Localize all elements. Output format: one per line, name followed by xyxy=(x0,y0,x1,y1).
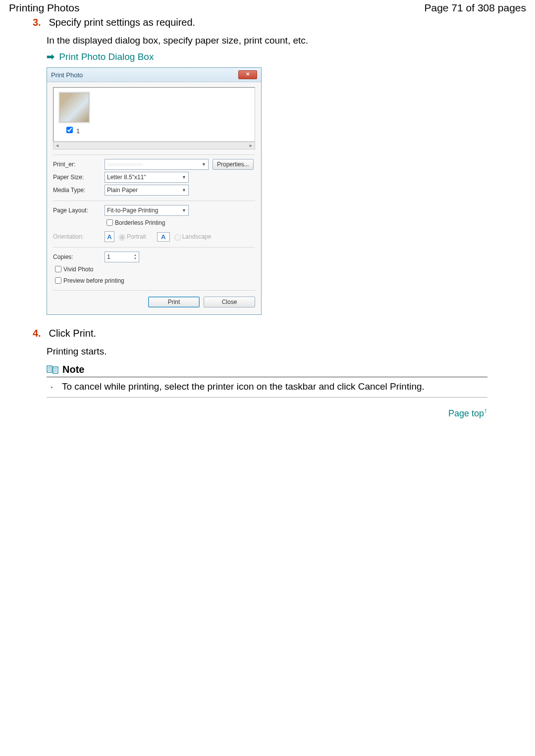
scroll-left-icon[interactable]: ◄ xyxy=(55,143,59,148)
page-title: Printing Photos xyxy=(9,2,79,14)
spin-down-icon[interactable]: ▼ xyxy=(134,257,137,260)
spin-up-icon[interactable]: ▲ xyxy=(134,253,137,257)
page-number: Page 71 of 308 pages xyxy=(424,2,526,14)
thumbnail-area: 1 xyxy=(53,87,255,142)
borderless-label: Borderless Printing xyxy=(115,219,165,226)
note-text: To cancel while printing, select the pri… xyxy=(62,381,425,392)
borderless-checkbox[interactable] xyxy=(107,219,113,226)
arrow-up-icon: ↑ xyxy=(484,406,487,414)
page-layout-value: Fit-to-Page Printing xyxy=(107,207,158,214)
copies-spinner[interactable]: 1 ▲ ▼ xyxy=(105,252,139,262)
copies-value: 1 xyxy=(107,253,110,260)
scroll-right-icon[interactable]: ► xyxy=(249,143,253,148)
portrait-label: Portrait xyxy=(127,233,146,240)
chevron-down-icon: ▼ xyxy=(182,175,186,180)
printer-select[interactable]: ——————▼ xyxy=(105,159,209,170)
step-3-number: 3. xyxy=(33,17,47,28)
chevron-down-icon: ▼ xyxy=(182,188,186,193)
page-top-link[interactable]: Page top xyxy=(448,408,484,418)
note-icon xyxy=(47,365,59,375)
print-photo-dialog-link[interactable]: Print Photo Dialog Box xyxy=(59,51,154,62)
page-layout-label: Page Layout: xyxy=(53,207,105,214)
properties-button[interactable]: Properties... xyxy=(213,159,254,170)
thumbnail-checkbox[interactable] xyxy=(66,127,73,133)
landscape-icon: A xyxy=(157,232,170,242)
media-type-value: Plain Paper xyxy=(107,187,138,194)
printer-label: Print_er: xyxy=(53,161,105,168)
landscape-radio xyxy=(174,234,181,241)
copies-label: Copies: xyxy=(53,253,105,260)
orientation-label: Orientation: xyxy=(53,233,105,240)
vivid-photo-label: Vivid Photo xyxy=(63,266,94,273)
chevron-down-icon: ▼ xyxy=(202,162,206,167)
arrow-right-icon: ➡ xyxy=(47,51,54,62)
step-4-number: 4. xyxy=(33,328,47,339)
step-4-subtext: Printing starts. xyxy=(47,346,505,357)
step-3-title: Specify print settings as required. xyxy=(49,17,195,28)
photo-thumbnail[interactable] xyxy=(59,93,89,122)
media-type-select[interactable]: Plain Paper▼ xyxy=(105,185,189,196)
bullet-icon: ▪ xyxy=(51,384,59,391)
print-photo-dialog: Print Photo ✕ 1 ◄ ► Print_er: ——————▼ xyxy=(47,67,262,315)
paper-size-select[interactable]: Letter 8.5"x11"▼ xyxy=(105,172,189,183)
chevron-down-icon: ▼ xyxy=(182,208,186,213)
landscape-label: Landscape xyxy=(182,233,212,240)
print-button[interactable]: Print xyxy=(148,297,200,307)
thumbnail-index: 1 xyxy=(76,128,80,135)
close-button[interactable]: Close xyxy=(204,297,255,307)
close-icon[interactable]: ✕ xyxy=(238,70,257,79)
vivid-photo-checkbox[interactable] xyxy=(55,266,61,272)
media-type-label: Media Type: xyxy=(53,187,105,194)
dialog-title: Print Photo xyxy=(51,71,83,79)
page-layout-select[interactable]: Fit-to-Page Printing▼ xyxy=(105,205,189,216)
portrait-radio xyxy=(119,234,125,241)
note-title: Note xyxy=(62,364,84,375)
portrait-icon: A xyxy=(105,231,114,242)
thumbnail-scrollbar[interactable]: ◄ ► xyxy=(53,142,255,150)
preview-checkbox[interactable] xyxy=(55,277,61,284)
step-4-title: Click Print. xyxy=(49,328,96,339)
step-3-subtext: In the displayed dialog box, specify pap… xyxy=(47,35,505,46)
paper-size-value: Letter 8.5"x11" xyxy=(107,174,146,181)
preview-label: Preview before printing xyxy=(63,277,124,284)
paper-size-label: Paper Size: xyxy=(53,174,105,181)
